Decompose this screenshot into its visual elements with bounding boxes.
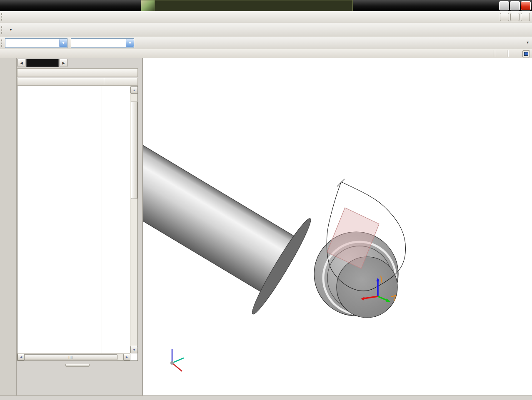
media-player-overlay [141,0,353,11]
navigator-tab-strip: ◀ ▶ [17,58,67,67]
column-divider [102,86,102,354]
restore-button[interactable] [510,1,520,10]
horizontal-scrollbar[interactable]: ◀ |||| ▶ [17,353,130,360]
menu-bar [0,11,532,23]
column-header-note[interactable] [104,78,107,85]
mdi-restore-button[interactable] [510,13,520,21]
standard-toolbar: ▾ [0,23,532,37]
scroll-up-button[interactable]: ▲ [130,86,138,94]
selection-filter-combo[interactable]: ▼ [5,38,67,48]
panel-splitter[interactable] [17,363,137,367]
player-avatar [141,0,155,11]
selection-toolbar: ▼ ▼ ▾ [0,37,532,50]
tab-scroll-left-button[interactable]: ◀ [17,59,25,67]
mdi-window-controls [499,13,530,21]
tab-scroll-right-button[interactable]: ▶ [60,59,67,67]
nx-application-window: ▾ ▼ ▼ ▾ ◀ ▶ [0,0,532,400]
shaft-end-face [337,257,397,318]
graphics-viewport[interactable] [142,58,532,395]
title-bar [0,0,532,11]
toolbar-overflow-icon[interactable]: ▾ [527,40,529,45]
navigator-header [17,68,138,77]
vertical-scrollbar[interactable]: ▲ ▼ [130,86,137,353]
collapsed-tab[interactable] [26,59,59,67]
minimize-button[interactable] [499,1,509,10]
selection-scope-combo[interactable]: ▼ [71,38,134,48]
divider [507,50,509,57]
toolbar-grip [1,39,3,47]
feature-tree: ▲ ▼ ◀ |||| ▶ [17,86,138,361]
bottom-strip [0,395,532,400]
column-header-name[interactable] [17,78,104,85]
prompt-bar [0,49,532,59]
chevron-down-icon[interactable]: ▼ [126,39,134,47]
close-button[interactable] [521,1,531,10]
scrollbar-thumb[interactable]: |||| [24,354,117,360]
resource-bar [0,58,17,395]
scroll-right-button[interactable]: ▶ [123,354,130,360]
divider [494,50,495,57]
scroll-left-button[interactable]: ◀ [17,354,25,360]
mdi-minimize-button[interactable] [500,13,509,21]
start-menu-button[interactable]: ▾ [5,27,14,32]
part-navigator-panel: ◀ ▶ ▲ ▼ ◀ || [17,58,142,395]
mdi-close-button[interactable] [521,13,530,21]
scrollbar-thumb[interactable] [131,102,137,199]
model-view [143,58,532,395]
toolbar-grip [1,13,3,21]
toolbar-grip [1,26,3,34]
scroll-down-button[interactable]: ▼ [130,346,138,353]
fullscreen-icon[interactable] [522,50,530,57]
column-header-row [17,78,138,86]
gear-shaft-model[interactable] [143,118,315,317]
window-controls [498,1,531,10]
view-orientation-triad [170,349,184,371]
chevron-down-icon[interactable]: ▼ [59,39,67,47]
